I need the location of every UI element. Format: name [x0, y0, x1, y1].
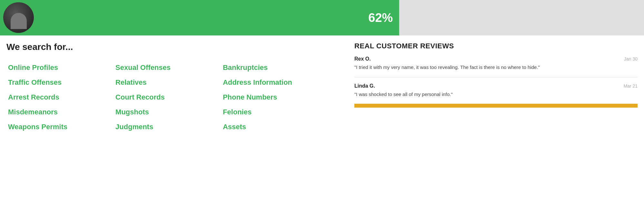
progress-bar-container: 62% [0, 0, 644, 35]
search-item-assets[interactable]: Assets [221, 120, 329, 134]
search-item-sexual-offenses[interactable]: Sexual Offenses [114, 60, 221, 75]
search-item-arrest-records[interactable]: Arrest Records [6, 90, 114, 105]
search-column-3: Bankruptcies Address Information Phone N… [221, 60, 329, 134]
search-item-address-information[interactable]: Address Information [221, 75, 329, 90]
reviewer-name-2: Linda G. [354, 83, 375, 89]
search-item-traffic-offenses[interactable]: Traffic Offenses [6, 75, 114, 90]
review-date-1: Jan 30 [624, 56, 638, 62]
main-content: We search for... Online Profiles Traffic… [0, 35, 644, 138]
reviewer-name-1: Rex O. [354, 56, 371, 62]
review-divider [354, 77, 638, 77]
progress-bar-fill: 62% [0, 0, 399, 35]
search-item-relatives[interactable]: Relatives [114, 75, 221, 90]
review-item-1: Rex O. Jan 30 "I tried it with my very n… [354, 56, 638, 71]
search-item-court-records[interactable]: Court Records [114, 90, 221, 105]
search-section: We search for... Online Profiles Traffic… [6, 42, 329, 134]
reviews-section: REAL CUSTOMER REVIEWS Rex O. Jan 30 "I t… [341, 42, 638, 134]
reviews-title: REAL CUSTOMER REVIEWS [354, 42, 638, 50]
search-column-1: Online Profiles Traffic Offenses Arrest … [6, 60, 114, 134]
search-item-online-profiles[interactable]: Online Profiles [6, 60, 114, 75]
review-header-1: Rex O. Jan 30 [354, 56, 638, 62]
search-item-phone-numbers[interactable]: Phone Numbers [221, 90, 329, 105]
review-item-2: Linda G. Mar 21 "I was shocked to see al… [354, 83, 638, 98]
search-item-bankruptcies[interactable]: Bankruptcies [221, 60, 329, 75]
avatar [3, 2, 34, 33]
search-column-2: Sexual Offenses Relatives Court Records … [114, 60, 221, 134]
search-item-misdemeanors[interactable]: Misdemeanors [6, 105, 114, 120]
avatar-silhouette [11, 13, 27, 29]
search-item-weapons-permits[interactable]: Weapons Permits [6, 120, 114, 134]
search-item-felonies[interactable]: Felonies [221, 105, 329, 120]
gold-bar [354, 104, 638, 108]
search-grid: Online Profiles Traffic Offenses Arrest … [6, 60, 329, 134]
review-text-2: "I was shocked to see all of my personal… [354, 91, 638, 98]
search-item-judgments[interactable]: Judgments [114, 120, 221, 134]
progress-percent: 62% [368, 11, 393, 25]
review-header-2: Linda G. Mar 21 [354, 83, 638, 89]
search-item-mugshots[interactable]: Mugshots [114, 105, 221, 120]
review-date-2: Mar 21 [623, 83, 638, 89]
search-title: We search for... [6, 42, 329, 52]
review-text-1: "I tried it with my very name, it was to… [354, 64, 638, 71]
